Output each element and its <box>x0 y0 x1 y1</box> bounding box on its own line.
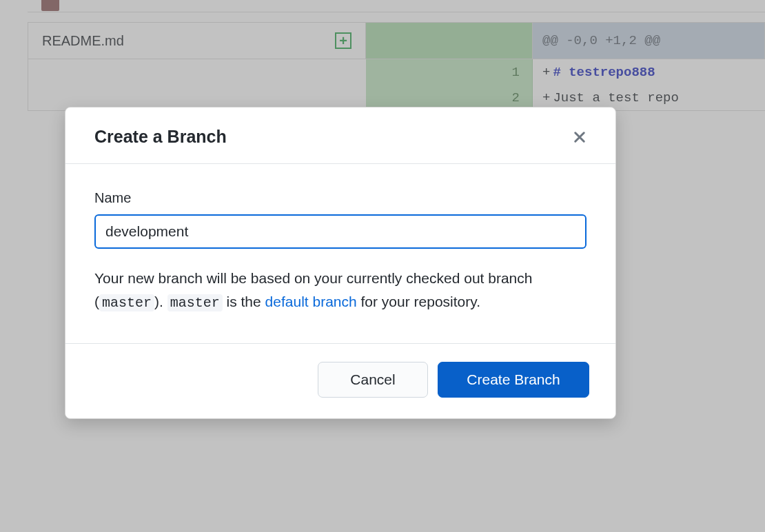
create-branch-button[interactable]: Create Branch <box>438 362 589 398</box>
modal-header: Create a Branch <box>65 108 615 164</box>
modal-title: Create a Branch <box>94 127 227 147</box>
modal-footer: Cancel Create Branch <box>65 343 615 418</box>
cancel-button[interactable]: Cancel <box>318 362 428 398</box>
code-chip: master <box>99 294 154 311</box>
close-button[interactable] <box>570 127 589 147</box>
code-chip: master <box>167 294 223 311</box>
branch-name-input[interactable] <box>94 214 586 249</box>
name-label: Name <box>94 190 586 206</box>
help-text: Your new branch will be based on your cu… <box>94 267 586 314</box>
modal-body: Name Your new branch will be based on yo… <box>65 164 615 343</box>
create-branch-modal: Create a Branch Name Your new branch wil… <box>65 107 616 419</box>
close-icon <box>573 130 586 144</box>
default-branch-link[interactable]: default branch <box>265 294 357 309</box>
